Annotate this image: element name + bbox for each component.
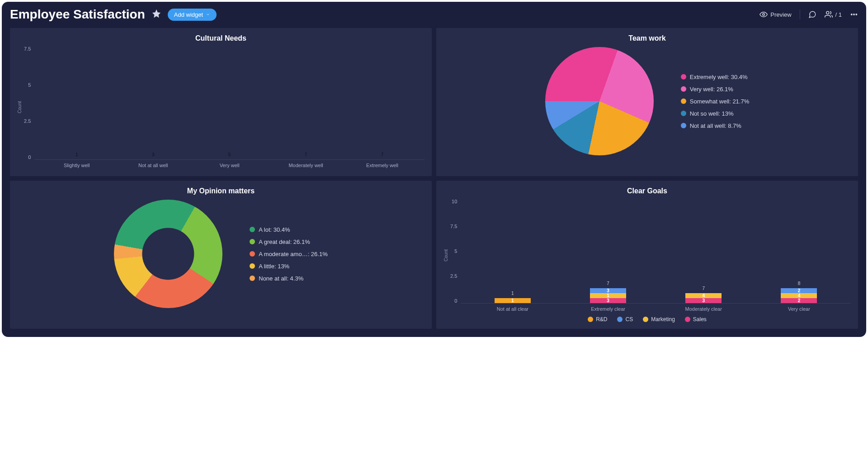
x-tick: Slightly well: [42, 160, 111, 168]
legend-label: CS: [625, 316, 633, 322]
legend-label: Very well: 26.1%: [690, 86, 733, 93]
bar-segment[interactable]: 4: [781, 293, 817, 298]
legend-item[interactable]: A moderate amo…: 26.1%: [250, 251, 327, 257]
svg-point-3: [854, 14, 854, 15]
bar-segment[interactable]: 3: [685, 298, 722, 303]
legend: R&DCSMarketingSales: [443, 316, 851, 322]
legend-swatch: [681, 98, 686, 104]
panel-clear-goals[interactable]: Clear Goals Count 107.552.50 11313734724…: [436, 181, 858, 329]
legend-label: Extremely well: 30.4%: [690, 74, 748, 80]
bar-segment[interactable]: 1: [495, 298, 531, 303]
bar-segment[interactable]: 4: [685, 293, 722, 298]
comments-button[interactable]: [808, 10, 816, 19]
y-tick: 7.5: [450, 224, 457, 229]
y-axis-label: Count: [443, 249, 448, 262]
bar-segment[interactable]: 3: [590, 298, 626, 303]
legend-swatch: [681, 86, 686, 92]
bar-value: 3: [135, 152, 171, 157]
legend-item[interactable]: Marketing: [643, 316, 675, 322]
header-actions: Preview / 1: [760, 9, 858, 19]
bar-col: 347: [660, 293, 748, 303]
star-icon[interactable]: [151, 9, 161, 20]
y-tick: 7.5: [24, 46, 31, 51]
eye-icon: [760, 10, 768, 19]
legend: Extremely well: 30.4%Very well: 26.1%Som…: [681, 74, 750, 129]
chat-icon: [808, 10, 816, 19]
bar-segment[interactable]: 2: [781, 298, 817, 303]
y-tick: 5: [28, 82, 31, 88]
legend-label: A moderate amo…: 26.1%: [259, 251, 327, 257]
legend-item[interactable]: A little: 13%: [250, 263, 327, 270]
legend-label: Not so well: 13%: [690, 110, 734, 117]
people-icon: [825, 10, 833, 19]
stacked-bar[interactable]: 3137: [590, 288, 626, 303]
legend-item[interactable]: R&D: [588, 316, 607, 322]
donut-hole: [142, 228, 194, 280]
panel-team-work[interactable]: Team work Extremely well: 30.4%Very well…: [436, 28, 858, 176]
x-tick: Moderately clear: [660, 304, 748, 312]
dashboard: Employee Satisfaction Add widget Preview…: [2, 2, 866, 337]
legend-item[interactable]: None at all: 4.3%: [250, 275, 327, 282]
bar-segment[interactable]: 2: [781, 288, 817, 293]
panel-title: Clear Goals: [443, 187, 851, 195]
legend-label: Somewhat well: 21.7%: [690, 98, 750, 105]
bar-total: 1: [495, 291, 531, 296]
donut: [114, 200, 222, 308]
bar-col: 11: [469, 298, 557, 303]
preview-button[interactable]: Preview: [760, 10, 791, 19]
panel-title: My Opinion matters: [17, 187, 425, 195]
x-tick: Not at all well: [119, 160, 188, 168]
legend-item[interactable]: Somewhat well: 21.7%: [681, 98, 750, 105]
bar-value: 1: [59, 152, 95, 157]
legend-item[interactable]: A great deal: 26.1%: [250, 238, 327, 245]
bar-value: 5: [212, 152, 248, 157]
panel-title: Team work: [443, 34, 851, 42]
x-axis: Not at all clearExtremely clearModeratel…: [461, 304, 851, 312]
legend-item[interactable]: Not so well: 13%: [681, 110, 750, 117]
x-tick: Very well: [195, 160, 264, 168]
bar-chart: Count 7.552.50 13577 Slightly wellNot at…: [17, 46, 425, 168]
legend-swatch: [250, 276, 255, 281]
panel-opinion-matters[interactable]: My Opinion matters A lot: 30.4%A great d…: [10, 181, 432, 329]
x-tick: Extremely clear: [564, 304, 652, 312]
legend-swatch: [685, 317, 690, 322]
svg-point-2: [851, 14, 852, 15]
legend-swatch: [617, 317, 623, 322]
dots-icon: [850, 10, 858, 19]
stacked-bar[interactable]: 347: [685, 293, 722, 303]
share-button[interactable]: / 1: [825, 10, 842, 19]
legend-label: A great deal: 26.1%: [259, 238, 310, 245]
share-count: / 1: [835, 11, 842, 18]
bar-total: 8: [781, 281, 817, 286]
panel-title: Cultural Needs: [17, 34, 425, 42]
panel-cultural-needs[interactable]: Cultural Needs Count 7.552.50 13577 Slig…: [10, 28, 432, 176]
x-tick: Moderately well: [271, 160, 340, 168]
legend-swatch: [250, 227, 255, 232]
legend-swatch: [250, 263, 255, 269]
plot-area: 1131373472428: [461, 199, 851, 304]
stacked-bar[interactable]: 11: [495, 298, 531, 303]
legend-label: None at all: 4.3%: [259, 275, 303, 282]
add-widget-button[interactable]: Add widget: [168, 9, 217, 21]
legend-item[interactable]: Very well: 26.1%: [681, 86, 750, 93]
preview-label: Preview: [770, 11, 791, 18]
legend-item[interactable]: CS: [617, 316, 633, 322]
plot: 1131373472428 Not at all clearExtremely …: [461, 199, 851, 312]
y-tick: 5: [454, 248, 457, 254]
bar-segment[interactable]: 3: [590, 288, 626, 293]
legend-item[interactable]: Sales: [685, 316, 707, 322]
legend-swatch: [681, 123, 686, 128]
legend-item[interactable]: Extremely well: 30.4%: [681, 74, 750, 80]
legend-label: Marketing: [651, 316, 675, 322]
add-widget-label: Add widget: [174, 11, 203, 18]
stacked-bar[interactable]: 2428: [781, 288, 817, 303]
chevron-down-icon: [206, 12, 210, 17]
more-button[interactable]: [850, 10, 858, 19]
y-axis: 107.552.50: [450, 199, 461, 312]
legend-item[interactable]: Not at all well: 8.7%: [681, 122, 750, 129]
legend-swatch: [588, 317, 593, 322]
legend-item[interactable]: A lot: 30.4%: [250, 226, 327, 233]
svg-point-1: [826, 11, 829, 14]
legend-swatch: [250, 239, 255, 244]
bar-segment[interactable]: 1: [590, 293, 626, 298]
